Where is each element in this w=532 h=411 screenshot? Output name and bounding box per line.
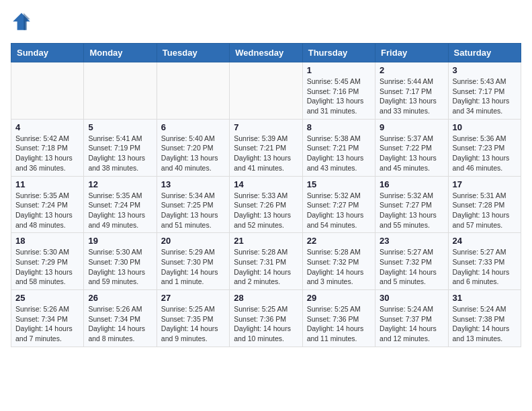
day-info: Sunrise: 5:26 AM Sunset: 7:34 PM Dayligh… — [88, 304, 152, 344]
day-info: Sunrise: 5:42 AM Sunset: 7:18 PM Dayligh… — [15, 134, 79, 173]
calendar-cell: 3Sunrise: 5:43 AM Sunset: 7:17 PM Daylig… — [448, 62, 521, 120]
day-info: Sunrise: 5:27 AM Sunset: 7:32 PM Dayligh… — [380, 247, 443, 287]
day-number: 10 — [453, 122, 517, 132]
calendar-cell: 2Sunrise: 5:44 AM Sunset: 7:17 PM Daylig… — [375, 62, 448, 120]
calendar-cell: 9Sunrise: 5:37 AM Sunset: 7:22 PM Daylig… — [375, 119, 448, 176]
calendar-cell: 16Sunrise: 5:32 AM Sunset: 7:27 PM Dayli… — [375, 176, 448, 233]
weekday-header: Tuesday — [157, 44, 229, 62]
day-number: 2 — [380, 65, 443, 75]
day-info: Sunrise: 5:35 AM Sunset: 7:24 PM Dayligh… — [15, 191, 79, 230]
day-number: 28 — [234, 293, 298, 303]
day-info: Sunrise: 5:25 AM Sunset: 7:36 PM Dayligh… — [307, 304, 371, 344]
day-info: Sunrise: 5:28 AM Sunset: 7:32 PM Dayligh… — [307, 247, 371, 287]
calendar-week-row: 25Sunrise: 5:26 AM Sunset: 7:34 PM Dayli… — [11, 290, 521, 347]
day-number: 31 — [453, 293, 517, 303]
weekday-header: Friday — [375, 44, 448, 62]
logo-icon — [11, 11, 32, 32]
calendar-week-row: 11Sunrise: 5:35 AM Sunset: 7:24 PM Dayli… — [11, 176, 521, 233]
day-info: Sunrise: 5:43 AM Sunset: 7:17 PM Dayligh… — [453, 77, 517, 116]
day-number: 5 — [88, 122, 152, 132]
calendar-cell: 14Sunrise: 5:33 AM Sunset: 7:26 PM Dayli… — [230, 176, 302, 233]
day-info: Sunrise: 5:31 AM Sunset: 7:28 PM Dayligh… — [453, 191, 517, 230]
calendar-cell: 11Sunrise: 5:35 AM Sunset: 7:24 PM Dayli… — [11, 176, 84, 233]
calendar-cell: 10Sunrise: 5:36 AM Sunset: 7:23 PM Dayli… — [448, 119, 521, 176]
day-number: 24 — [453, 236, 517, 246]
day-info: Sunrise: 5:32 AM Sunset: 7:27 PM Dayligh… — [307, 191, 371, 230]
day-number: 13 — [161, 179, 225, 189]
calendar-cell: 15Sunrise: 5:32 AM Sunset: 7:27 PM Dayli… — [302, 176, 375, 233]
calendar-cell: 23Sunrise: 5:27 AM Sunset: 7:32 PM Dayli… — [375, 233, 448, 290]
calendar-cell: 8Sunrise: 5:38 AM Sunset: 7:21 PM Daylig… — [302, 119, 375, 176]
day-number: 22 — [307, 236, 371, 246]
day-info: Sunrise: 5:25 AM Sunset: 7:35 PM Dayligh… — [161, 304, 225, 344]
day-number: 6 — [161, 122, 225, 132]
calendar-week-row: 18Sunrise: 5:30 AM Sunset: 7:29 PM Dayli… — [11, 233, 521, 290]
calendar-cell: 1Sunrise: 5:45 AM Sunset: 7:16 PM Daylig… — [302, 62, 375, 120]
day-number: 12 — [88, 179, 152, 189]
day-info: Sunrise: 5:45 AM Sunset: 7:16 PM Dayligh… — [307, 77, 371, 116]
calendar-cell: 24Sunrise: 5:27 AM Sunset: 7:33 PM Dayli… — [448, 233, 521, 290]
day-number: 19 — [88, 236, 152, 246]
calendar-cell — [230, 62, 302, 120]
calendar-cell: 28Sunrise: 5:25 AM Sunset: 7:36 PM Dayli… — [230, 290, 302, 347]
calendar-cell: 25Sunrise: 5:26 AM Sunset: 7:34 PM Dayli… — [11, 290, 84, 347]
weekday-header-row: SundayMondayTuesdayWednesdayThursdayFrid… — [11, 44, 521, 62]
day-number: 20 — [161, 236, 225, 246]
day-info: Sunrise: 5:35 AM Sunset: 7:24 PM Dayligh… — [88, 191, 152, 230]
day-info: Sunrise: 5:30 AM Sunset: 7:30 PM Dayligh… — [88, 247, 152, 287]
day-info: Sunrise: 5:36 AM Sunset: 7:23 PM Dayligh… — [453, 134, 517, 173]
weekday-header: Monday — [84, 44, 157, 62]
day-info: Sunrise: 5:38 AM Sunset: 7:21 PM Dayligh… — [307, 134, 371, 173]
weekday-header: Wednesday — [230, 44, 302, 62]
calendar-cell: 12Sunrise: 5:35 AM Sunset: 7:24 PM Dayli… — [84, 176, 157, 233]
day-number: 23 — [380, 236, 443, 246]
day-info: Sunrise: 5:37 AM Sunset: 7:22 PM Dayligh… — [380, 134, 443, 173]
calendar-cell: 6Sunrise: 5:40 AM Sunset: 7:20 PM Daylig… — [157, 119, 229, 176]
day-number: 15 — [307, 179, 371, 189]
calendar-cell: 13Sunrise: 5:34 AM Sunset: 7:25 PM Dayli… — [157, 176, 229, 233]
calendar-cell: 19Sunrise: 5:30 AM Sunset: 7:30 PM Dayli… — [84, 233, 157, 290]
calendar-cell — [157, 62, 229, 120]
calendar-cell: 18Sunrise: 5:30 AM Sunset: 7:29 PM Dayli… — [11, 233, 84, 290]
weekday-header: Sunday — [11, 44, 84, 62]
day-info: Sunrise: 5:27 AM Sunset: 7:33 PM Dayligh… — [453, 247, 517, 287]
day-number: 7 — [234, 122, 298, 132]
day-number: 8 — [307, 122, 371, 132]
calendar-week-row: 1Sunrise: 5:45 AM Sunset: 7:16 PM Daylig… — [11, 62, 521, 120]
day-number: 14 — [234, 179, 298, 189]
day-info: Sunrise: 5:25 AM Sunset: 7:36 PM Dayligh… — [234, 304, 298, 344]
calendar-cell: 4Sunrise: 5:42 AM Sunset: 7:18 PM Daylig… — [11, 119, 84, 176]
day-info: Sunrise: 5:32 AM Sunset: 7:27 PM Dayligh… — [380, 191, 443, 230]
day-info: Sunrise: 5:41 AM Sunset: 7:19 PM Dayligh… — [88, 134, 152, 173]
calendar-cell: 27Sunrise: 5:25 AM Sunset: 7:35 PM Dayli… — [157, 290, 229, 347]
day-info: Sunrise: 5:34 AM Sunset: 7:25 PM Dayligh… — [161, 191, 225, 230]
day-number: 18 — [15, 236, 79, 246]
calendar-cell: 22Sunrise: 5:28 AM Sunset: 7:32 PM Dayli… — [302, 233, 375, 290]
day-number: 29 — [307, 293, 371, 303]
day-number: 26 — [88, 293, 152, 303]
day-number: 16 — [380, 179, 443, 189]
calendar-cell: 29Sunrise: 5:25 AM Sunset: 7:36 PM Dayli… — [302, 290, 375, 347]
calendar-week-row: 4Sunrise: 5:42 AM Sunset: 7:18 PM Daylig… — [11, 119, 521, 176]
calendar-table: SundayMondayTuesdayWednesdayThursdayFrid… — [11, 43, 521, 347]
day-number: 3 — [453, 65, 517, 75]
calendar-cell: 30Sunrise: 5:24 AM Sunset: 7:37 PM Dayli… — [375, 290, 448, 347]
day-info: Sunrise: 5:30 AM Sunset: 7:29 PM Dayligh… — [15, 247, 79, 287]
calendar-cell: 20Sunrise: 5:29 AM Sunset: 7:30 PM Dayli… — [157, 233, 229, 290]
logo — [11, 11, 35, 32]
day-info: Sunrise: 5:28 AM Sunset: 7:31 PM Dayligh… — [234, 247, 298, 287]
calendar-cell: 26Sunrise: 5:26 AM Sunset: 7:34 PM Dayli… — [84, 290, 157, 347]
calendar-cell: 17Sunrise: 5:31 AM Sunset: 7:28 PM Dayli… — [448, 176, 521, 233]
day-number: 11 — [15, 179, 79, 189]
calendar-cell: 5Sunrise: 5:41 AM Sunset: 7:19 PM Daylig… — [84, 119, 157, 176]
calendar-cell — [84, 62, 157, 120]
weekday-header: Thursday — [302, 44, 375, 62]
calendar-cell — [11, 62, 84, 120]
day-number: 17 — [453, 179, 517, 189]
calendar-cell: 31Sunrise: 5:24 AM Sunset: 7:38 PM Dayli… — [448, 290, 521, 347]
day-info: Sunrise: 5:33 AM Sunset: 7:26 PM Dayligh… — [234, 191, 298, 230]
svg-marker-0 — [13, 13, 30, 30]
day-number: 1 — [307, 65, 371, 75]
day-number: 25 — [15, 293, 79, 303]
weekday-header: Saturday — [448, 44, 521, 62]
